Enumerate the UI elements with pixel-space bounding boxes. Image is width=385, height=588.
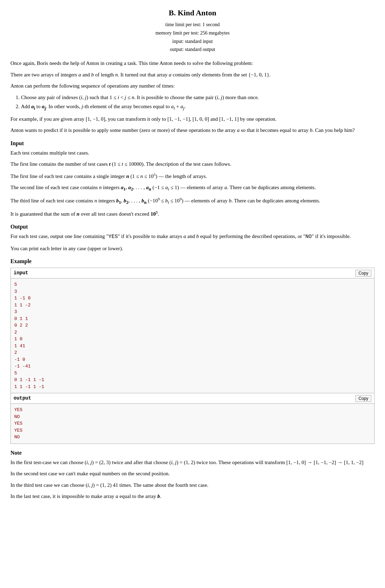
input-code-block: input Copy 5 3 1 -1 0 1 1 -2 3 0 1 1 0 2… [10,268,375,393]
intro-paragraph-2: There are two arrays of integers a and b… [10,71,375,79]
input-line-4: The second line of each test case contai… [10,184,375,193]
input-code-label: input [14,269,28,277]
example-transform: For example, if you are given array [1, … [10,115,375,123]
memory-limit: memory limit per test: 256 megabytes [10,29,375,37]
meta-info: time limit per test: 1 second memory lim… [10,21,375,54]
input-line-5: The third line of each test case contain… [10,196,375,206]
input-code-content: 5 3 1 -1 0 1 1 -2 3 0 1 1 0 2 2 2 1 0 1 … [11,278,374,393]
input-type: input: standard input [10,37,375,46]
example-title: Example [10,257,375,266]
output-code-block: output Copy YES NO YES YES NO [10,393,375,444]
input-code-header: input Copy [11,268,374,278]
output-code-content: YES NO YES YES NO [11,404,374,444]
copy-output-button[interactable]: Copy [355,395,371,402]
copy-input-button[interactable]: Copy [355,270,371,277]
note-section: Note In the first test-case we can choos… [10,449,375,500]
note-line-2: In the second test case we can't make eq… [10,470,375,478]
output-code-label: output [14,395,31,402]
input-line-1: Each test contains multiple test cases. [10,149,375,157]
page-title: B. Kind Anton [10,7,375,18]
example-section: Example input Copy 5 3 1 -1 0 1 1 -2 3 0… [10,257,375,444]
intro-paragraph-3: Anton can perform the following sequence… [10,82,375,90]
output-section: Output For each test case, output one li… [10,223,375,252]
note-title: Note [10,449,375,457]
operations-list: Choose any pair of indexes (i, j) such t… [21,94,375,112]
operation-2: Add ai to aj. In other words, j-th eleme… [21,103,375,112]
input-title: Input [10,139,375,148]
note-line-4: In the last test case, it is impossible … [10,492,375,500]
input-section: Input Each test contains multiple test c… [10,139,375,218]
note-line-1: In the first test-case we can choose (i,… [10,459,375,467]
question-paragraph: Anton wants to predict if it is possible… [10,126,375,134]
intro-paragraph-1: Once again, Boris needs the help of Anto… [10,59,375,67]
note-line-3: In the third test case we can choose (i,… [10,481,375,489]
output-code-header: output Copy [11,393,374,404]
input-line-3: The first line of each test case contain… [10,172,375,180]
output-line-1: For each test case, output one line cont… [10,232,375,241]
operation-1: Choose any pair of indexes (i, j) such t… [21,94,375,102]
input-line-2: The first line contains the number of te… [10,160,375,168]
output-type: output: standard output [10,45,375,54]
time-limit: time limit per test: 1 second [10,21,375,29]
output-line-2: You can print each letter in any case (u… [10,245,375,253]
input-line-6: It is guaranteed that the sum of n over … [10,209,375,218]
output-title: Output [10,223,375,231]
